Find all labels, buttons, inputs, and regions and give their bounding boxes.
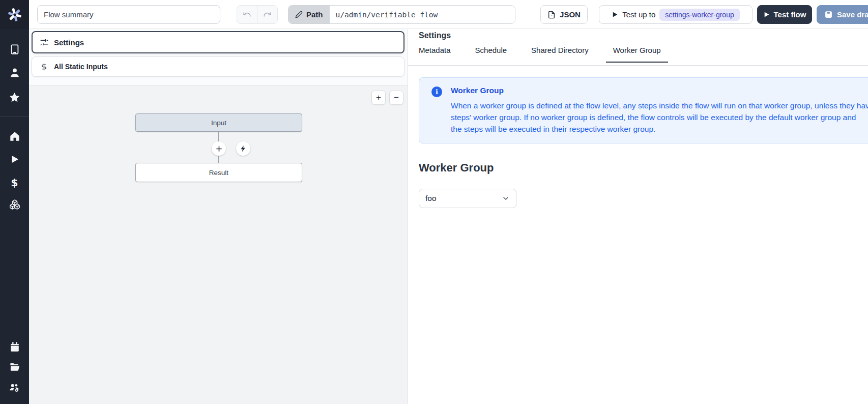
dollar-icon: $ xyxy=(11,177,18,189)
sidebar-item-user[interactable] xyxy=(0,64,29,82)
test-flow-label: Test flow xyxy=(774,10,806,19)
dollar-icon xyxy=(40,63,48,71)
folder-icon xyxy=(9,361,20,372)
test-up-to-target-badge: settings-worker-group xyxy=(659,9,739,21)
undo-redo-group xyxy=(237,5,278,24)
result-node[interactable]: Result xyxy=(135,163,302,182)
file-json-icon xyxy=(547,11,556,19)
alert-text-line: When a worker group is defined at the fl… xyxy=(451,100,868,111)
sidebar-item-home[interactable] xyxy=(0,127,29,146)
sidebar-item-schedules[interactable] xyxy=(0,337,29,356)
input-node[interactable]: Input xyxy=(135,113,302,132)
test-up-to-label: Test up to xyxy=(622,10,655,19)
tab-shared-directory[interactable]: Shared Directory xyxy=(524,46,596,63)
redo-icon xyxy=(263,10,272,19)
user-group-settings-icon xyxy=(9,382,20,393)
alert-title: Worker Group xyxy=(451,86,868,95)
zoom-controls: + − xyxy=(371,91,403,105)
star-icon xyxy=(9,92,20,103)
windmill-logo-icon xyxy=(7,7,22,22)
play-icon xyxy=(612,11,618,18)
zoom-in-button[interactable]: + xyxy=(371,91,386,105)
flow-settings-node-label: Settings xyxy=(54,38,84,47)
pencil-icon xyxy=(295,11,303,18)
calendar-icon xyxy=(9,341,20,352)
all-static-inputs-node[interactable]: All Static Inputs xyxy=(32,56,404,77)
alert-text-line: steps' worker group. If no worker group … xyxy=(451,111,868,123)
sidebar-item-runs[interactable] xyxy=(0,150,29,168)
save-icon xyxy=(824,10,833,19)
worker-group-select[interactable]: foo xyxy=(419,189,516,208)
building-icon xyxy=(9,44,20,55)
save-draft-label: Save draft xyxy=(837,10,868,19)
play-icon xyxy=(10,154,20,164)
flow-graph-panel: Settings All Static Inputs + − Input Res… xyxy=(29,29,408,404)
worker-group-select-value: foo xyxy=(425,194,437,203)
settings-panel: Settings Metadata Schedule Shared Direct… xyxy=(408,29,868,404)
sidebar: $ xyxy=(0,0,29,404)
tab-worker-group[interactable]: Worker Group xyxy=(606,46,668,63)
tab-metadata[interactable]: Metadata xyxy=(412,46,458,63)
sliders-icon xyxy=(40,38,49,47)
chevron-down-icon xyxy=(502,194,510,203)
settings-panel-title: Settings xyxy=(419,31,451,40)
undo-icon xyxy=(243,10,251,19)
all-static-inputs-label: All Static Inputs xyxy=(54,63,108,71)
lightning-bolt-icon xyxy=(240,145,247,152)
redo-button[interactable] xyxy=(257,6,277,23)
settings-tabs: Metadata Schedule Shared Directory Worke… xyxy=(412,46,668,63)
path-label: Path xyxy=(306,10,323,19)
windmill-logo[interactable] xyxy=(0,0,29,29)
sidebar-item-resources[interactable] xyxy=(0,195,29,214)
trigger-step-button[interactable] xyxy=(236,141,250,156)
json-button-label: JSON xyxy=(560,10,581,19)
worker-group-info-alert: i Worker Group When a worker group is de… xyxy=(419,77,868,143)
sidebar-item-favorites[interactable] xyxy=(0,88,29,106)
alert-text-line: the steps will be executed in their resp… xyxy=(451,123,868,135)
edit-path-button[interactable]: Path xyxy=(288,6,330,23)
boxes-icon xyxy=(9,199,20,210)
sidebar-item-variables[interactable]: $ xyxy=(0,174,29,192)
undo-button[interactable] xyxy=(237,6,257,23)
flow-settings-node[interactable]: Settings xyxy=(32,31,404,53)
user-icon xyxy=(9,67,20,78)
test-flow-button[interactable]: Test flow xyxy=(757,5,812,24)
sidebar-item-workspace[interactable] xyxy=(0,40,29,59)
sidebar-item-workers[interactable] xyxy=(0,378,29,396)
worker-group-section-title: Worker Group xyxy=(419,161,494,175)
plus-icon xyxy=(215,145,223,153)
tabs-bottom-border xyxy=(408,65,868,66)
flow-summary-input[interactable] xyxy=(37,5,220,24)
home-icon xyxy=(9,131,20,142)
json-button[interactable]: JSON xyxy=(540,5,588,24)
sidebar-divider xyxy=(0,116,29,117)
zoom-out-button[interactable]: − xyxy=(389,91,403,105)
add-step-button[interactable] xyxy=(212,141,226,156)
flow-modules-strip: Settings All Static Inputs xyxy=(29,29,408,85)
topbar: Path JSON Test up to settings-worker-gro… xyxy=(29,0,868,29)
save-draft-button[interactable]: Save draft xyxy=(817,5,868,24)
path-value-input[interactable] xyxy=(330,6,515,23)
info-icon: i xyxy=(431,86,442,97)
tab-schedule[interactable]: Schedule xyxy=(468,46,514,63)
play-icon xyxy=(763,11,770,18)
path-group: Path xyxy=(288,5,515,24)
test-up-to-button[interactable]: Test up to settings-worker-group xyxy=(599,5,753,24)
sidebar-item-folders[interactable] xyxy=(0,358,29,376)
